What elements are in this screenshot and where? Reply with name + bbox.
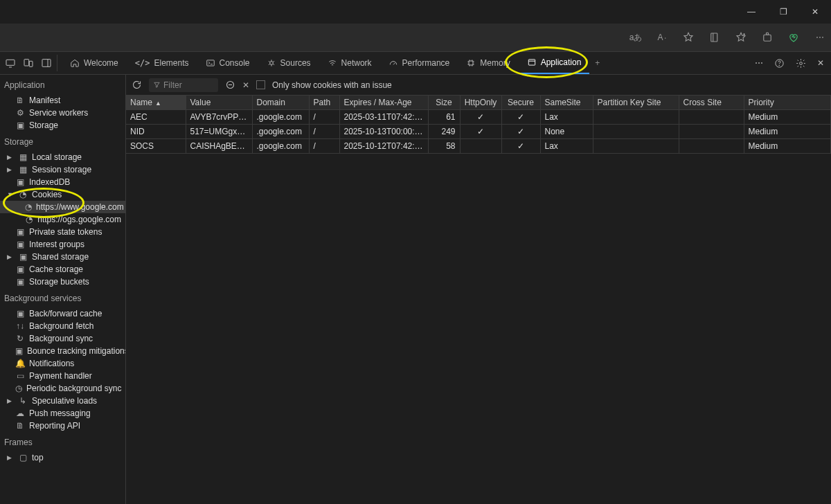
sidebar-item-cookies[interactable]: ▼◔Cookies xyxy=(0,188,125,201)
sidebar-item-bgfetch[interactable]: ↑↓Background fetch xyxy=(0,320,125,332)
col-header-samesite[interactable]: SameSite xyxy=(540,96,593,110)
svg-rect-6 xyxy=(42,60,51,67)
gear-icon: ⚙ xyxy=(15,108,25,118)
col-header-value[interactable]: Value xyxy=(186,96,252,110)
cloud-icon: ☁ xyxy=(15,408,25,418)
sidebar-item-session-storage[interactable]: ▶▦Session storage xyxy=(0,163,125,176)
database-icon: ▣ xyxy=(15,346,23,356)
tab-sources[interactable]: Sources xyxy=(258,52,319,74)
favstar-icon[interactable] xyxy=(734,31,748,44)
cookie-icon: ◔ xyxy=(25,202,32,212)
only-issues-label: Only show cookies with an issue xyxy=(272,80,392,90)
devtools-tabstrip: Welcome</>ElementsConsoleSourcesNetworkP… xyxy=(0,51,831,75)
sidebar-item-storage-buckets[interactable]: ▣Storage buckets xyxy=(0,276,125,288)
tab-console[interactable]: Console xyxy=(197,52,258,74)
sidebar-item-cookie-origin-1[interactable]: ◔https://ogs.google.com xyxy=(0,213,125,226)
more-icon[interactable]: ⋯ xyxy=(813,33,827,42)
device-toggle-icon[interactable] xyxy=(22,57,35,69)
col-header-priority[interactable]: Priority xyxy=(744,96,831,110)
svg-rect-7 xyxy=(206,60,214,66)
sidebar-item-periodic[interactable]: ◷Periodic background sync xyxy=(0,382,125,395)
col-header-size[interactable]: Size xyxy=(428,96,460,110)
favorite-icon[interactable] xyxy=(681,31,695,44)
sidebar-item-indexeddb[interactable]: ▣IndexedDB xyxy=(0,176,125,188)
window-maximize-button[interactable]: ❐ xyxy=(767,0,799,24)
dock-side-icon[interactable] xyxy=(40,57,53,69)
tab-overflow-button[interactable]: + xyxy=(589,52,605,74)
tab-application[interactable]: Application xyxy=(519,52,590,74)
col-header-name[interactable]: Name▲ xyxy=(126,96,186,110)
health-icon[interactable] xyxy=(787,31,801,44)
forward-icon: ↳ xyxy=(18,396,28,406)
sidebar-item-cookie-origin-0[interactable]: ◔https://www.google.com xyxy=(0,201,125,213)
sidebar-section-bg: Background services xyxy=(0,288,125,307)
database-icon: ▣ xyxy=(15,277,25,287)
svg-rect-5 xyxy=(29,61,33,66)
document-icon: 🗎 xyxy=(15,96,25,105)
sidebar-item-speculative[interactable]: ▶↳Speculative loads xyxy=(0,395,125,407)
col-header-secure[interactable]: Secure xyxy=(501,96,540,110)
col-header-cross-site[interactable]: Cross Site xyxy=(679,96,744,110)
table-row[interactable]: NID517=UMGgxtm….google.com/2025-10-13T00… xyxy=(126,125,831,139)
sidebar-item-interest-groups[interactable]: ▣Interest groups xyxy=(0,238,125,251)
sidebar-item-push[interactable]: ☁Push messaging xyxy=(0,407,125,420)
application-sidebar: Application 🗎Manifest ⚙Service workers ▣… xyxy=(0,75,126,504)
window-minimize-button[interactable]: — xyxy=(735,0,767,24)
sidebar-item-shared-storage[interactable]: ▶▣Shared storage xyxy=(0,251,125,263)
console-icon xyxy=(206,58,215,68)
app-icon xyxy=(527,57,537,67)
tab-welcome[interactable]: Welcome xyxy=(62,52,127,74)
cookies-filter-input[interactable]: Filter xyxy=(149,78,218,92)
sidebar-item-payment[interactable]: ▭Payment handler xyxy=(0,370,125,382)
table-row[interactable]: SOCSCAISHAgBEhJn….google.com/2025-10-12T… xyxy=(126,139,831,154)
col-header-path[interactable]: Path xyxy=(309,96,339,110)
only-issues-checkbox[interactable] xyxy=(256,80,265,89)
devtools-help-icon[interactable] xyxy=(774,58,785,69)
sidebar-item-private-state-tokens[interactable]: ▣Private state tokens xyxy=(0,226,125,238)
window-titlebar: — ❐ ✕ xyxy=(0,0,831,24)
devtools-settings-icon[interactable] xyxy=(796,58,806,69)
svg-rect-9 xyxy=(469,61,473,65)
database-icon: ▣ xyxy=(18,252,28,262)
sidebar-item-bfcache[interactable]: ▣Back/forward cache xyxy=(0,307,125,320)
document-icon: 🗎 xyxy=(15,421,25,431)
tab-memory[interactable]: Memory xyxy=(458,52,518,74)
window-close-button[interactable]: ✕ xyxy=(799,0,831,24)
extensions-icon[interactable] xyxy=(760,31,774,44)
sidebar-item-service-workers[interactable]: ⚙Service workers xyxy=(0,107,125,119)
col-header-expires-max-age[interactable]: Expires / Max-Age xyxy=(339,96,428,110)
tab-performance[interactable]: Performance xyxy=(380,52,458,74)
col-header-domain[interactable]: Domain xyxy=(252,96,309,110)
tab-network[interactable]: Network xyxy=(319,52,380,74)
sidebar-item-manifest[interactable]: 🗎Manifest xyxy=(0,94,125,107)
sidebar-section-application: Application xyxy=(0,75,125,94)
grid-icon: ▦ xyxy=(18,152,28,162)
inspect-icon[interactable] xyxy=(4,57,17,69)
readaloud-icon[interactable]: aあ xyxy=(629,32,643,44)
sidebar-item-local-storage[interactable]: ▶▦Local storage xyxy=(0,151,125,163)
sidebar-item-bgsync[interactable]: ↻Background sync xyxy=(0,332,125,345)
collections-icon[interactable] xyxy=(708,31,722,44)
tab-elements[interactable]: </>Elements xyxy=(127,52,197,74)
svg-point-12 xyxy=(779,64,780,65)
chip-icon xyxy=(466,58,476,68)
table-row[interactable]: AECAVYB7crvPPogr….google.com/2025-03-11T… xyxy=(126,110,831,125)
sidebar-item-top-frame[interactable]: ▶▢top xyxy=(0,451,125,464)
home-icon xyxy=(70,58,80,68)
devtools-more-icon[interactable]: ⋯ xyxy=(755,58,763,68)
delete-icon[interactable]: ✕ xyxy=(242,80,249,90)
database-icon: ▣ xyxy=(15,309,25,318)
sidebar-item-storage[interactable]: ▣Storage xyxy=(0,119,125,132)
sidebar-item-cache-storage[interactable]: ▣Cache storage xyxy=(0,263,125,276)
devtools-close-icon[interactable]: ✕ xyxy=(817,58,824,68)
refresh-icon[interactable] xyxy=(132,80,142,90)
sidebar-item-notifications[interactable]: 🔔Notifications xyxy=(0,357,125,370)
textsize-icon[interactable]: A۰ xyxy=(655,33,669,42)
sidebar-item-reporting[interactable]: 🗎Reporting API xyxy=(0,420,125,432)
database-icon: ▣ xyxy=(15,240,25,249)
col-header-partition-key-site[interactable]: Partition Key Site xyxy=(593,96,679,110)
code-icon: </> xyxy=(135,58,150,68)
clear-all-icon[interactable] xyxy=(225,80,235,90)
sidebar-item-bounce[interactable]: ▣Bounce tracking mitigations xyxy=(0,345,125,357)
col-header-httponly[interactable]: HttpOnly xyxy=(460,96,501,110)
